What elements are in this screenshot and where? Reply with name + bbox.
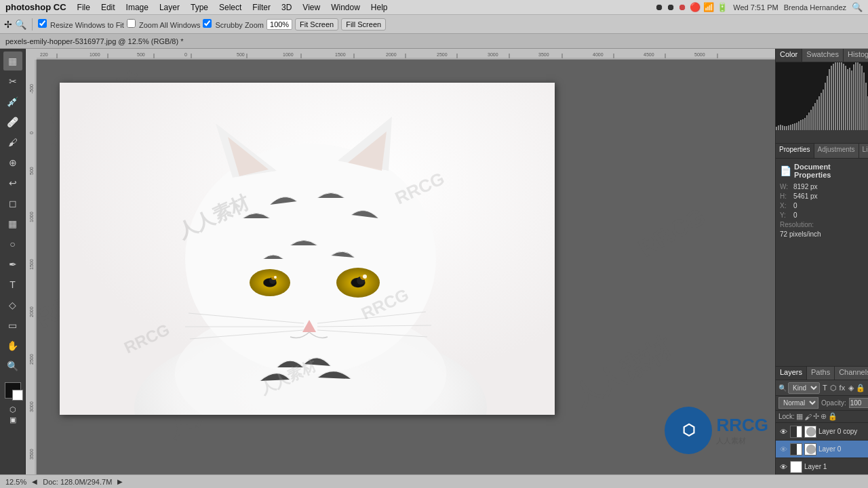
zoom-tool-icon[interactable]: 🔍 [15,19,26,30]
tab-histogram[interactable]: Histogram [844,49,868,62]
svg-text:5000: 5000 [694,52,705,57]
quick-mask-toggle[interactable]: ⬡ [9,405,16,414]
search-icon[interactable]: 🔍 [852,2,863,12]
layer-item-0[interactable]: 👁 Layer 0 copy [776,423,868,441]
canvas-area[interactable]: 220 1000 500 0 500 1000 1500 2000 2500 3… [26,49,775,474]
zoom-tool[interactable]: 🔍 [3,357,22,375]
layer-kind-select[interactable]: Kind [788,382,820,394]
foreground-color[interactable] [5,382,21,399]
height-row: H: 5461 px [780,192,864,200]
svg-text:3500: 3500 [29,449,34,460]
rrcg-icon: ⬡ [665,407,712,454]
tab-properties[interactable]: Properties [776,144,814,158]
tab-swatches[interactable]: Swatches [802,49,844,62]
fit-screen-button[interactable]: Fit Screen [295,18,338,30]
menu-layer[interactable]: Layer [154,0,185,14]
tab-color[interactable]: Color [776,49,802,62]
heal-tool[interactable]: 🩹 [3,113,22,131]
resolution-value: 72 pixels/inch [780,230,821,238]
brush-tool[interactable]: 🖌 [3,133,22,152]
svg-rect-79 [796,123,797,130]
opacity-input[interactable] [849,398,868,408]
svg-rect-74 [786,126,787,130]
crop-tool[interactable]: ✂ [3,72,22,91]
lock-transparent-icon[interactable]: ▦ [796,412,803,421]
lock-image-icon[interactable]: 🖌 [804,413,812,421]
svg-rect-111 [861,66,863,130]
text-tool[interactable]: T [3,275,22,294]
properties-tabs: Properties Adjustments Libraries [776,144,868,159]
status-arrow-right[interactable]: ▶ [117,478,123,485]
scrubby-checkbox[interactable] [203,19,212,28]
layer-filter-effects[interactable]: fx [839,382,846,394]
username: Brenda Hernandez [784,3,846,12]
layer-filter-mode[interactable]: ◈ [847,382,854,394]
svg-text:1000: 1000 [29,211,34,222]
tab-layers[interactable]: Layers [776,367,807,380]
layer-visibility-1[interactable]: 👁 [778,445,788,454]
layer-visibility-2[interactable]: 👁 [778,462,788,472]
pen-tool[interactable]: ✒ [3,255,22,274]
document-tab[interactable]: pexels-emily-hopper-5316977.jpg @ 12.5% … [0,34,868,49]
layer-thumb-2 [790,461,802,473]
shape-tool[interactable]: ▭ [3,316,22,335]
tab-adjustments[interactable]: Adjustments [814,144,859,158]
tab-paths[interactable]: Paths [807,367,835,380]
lock-all-icon[interactable]: 🔒 [828,412,837,421]
zoom-all-label[interactable]: Zoom All Windows [127,19,201,29]
fill-screen-button[interactable]: Fill Screen [341,18,386,30]
selection-tool[interactable]: ▦ [3,52,22,70]
menu-type[interactable]: Type [185,0,214,14]
eyedropper-tool[interactable]: 💉 [3,92,22,111]
menu-image[interactable]: Image [121,0,154,14]
lock-artboard-icon[interactable]: ⊕ [821,412,827,421]
menu-file[interactable]: File [72,0,96,14]
tool-icons-group: ✢ 🔍 [4,19,26,30]
svg-rect-80 [798,121,800,130]
tab-libraries[interactable]: Libraries [859,144,868,158]
history-brush-tool[interactable]: ↩ [3,174,22,192]
menu-3d[interactable]: 3D [276,0,297,14]
layer-item-2[interactable]: 👁 Layer 1 [776,458,868,476]
path-tool[interactable]: ◇ [3,296,22,314]
svg-rect-97 [833,64,834,130]
move-tool-icon[interactable]: ✢ [4,19,12,30]
rrcg-chinese: 人人素材 [716,436,768,446]
menu-filter[interactable]: Filter [247,0,276,14]
layer-thumb-1b [804,443,816,455]
svg-text:220: 220 [40,52,48,57]
screen-mode-toggle[interactable]: ▣ [9,415,16,424]
svg-rect-96 [831,66,832,130]
status-arrow-left[interactable]: ◀ [32,478,37,485]
menu-edit[interactable]: Edit [96,0,121,14]
svg-rect-89 [816,100,818,130]
svg-text:1000: 1000 [283,52,294,57]
resize-windows-label[interactable]: Resize Windows to Fit [38,19,124,29]
svg-text:0: 0 [184,52,187,57]
scrubby-label[interactable]: Scrubby Zoom [203,19,264,29]
svg-rect-104 [847,69,848,130]
blend-mode-select[interactable]: Normal [778,397,818,409]
menu-window[interactable]: Window [326,0,366,14]
gradient-tool[interactable]: ▦ [3,214,22,233]
menu-select[interactable]: Select [214,0,247,14]
menu-view[interactable]: View [297,0,326,14]
lock-position-icon[interactable]: ✢ [813,412,819,421]
layer-filter-type[interactable]: T [821,382,829,394]
zoom-all-checkbox[interactable] [127,19,136,28]
menu-help[interactable]: Help [366,0,393,14]
tab-channels[interactable]: Channels [835,367,868,380]
clone-tool[interactable]: ⊕ [3,153,22,172]
width-label: W: [780,183,793,190]
hand-tool[interactable]: ✋ [3,336,22,355]
dodge-tool[interactable]: ○ [3,235,22,253]
layer-item-1[interactable]: 👁 Layer 0 [776,441,868,458]
layer-filter-attr[interactable]: 🔒 [856,382,865,394]
eraser-tool[interactable]: ◻ [3,194,22,213]
layer-visibility-0[interactable]: 👁 [778,427,788,436]
main-area: ▦ ✂ 💉 🩹 🖌 ⊕ ↩ ◻ ▦ ○ ✒ T ◇ ▭ ✋ 🔍 ⬡ ▣ [0,49,868,474]
resize-windows-checkbox[interactable] [38,19,47,28]
layer-filter-adj[interactable]: ⬡ [830,382,837,394]
resolution-value-row: 72 pixels/inch [780,230,864,238]
svg-text:500: 500 [237,52,245,57]
